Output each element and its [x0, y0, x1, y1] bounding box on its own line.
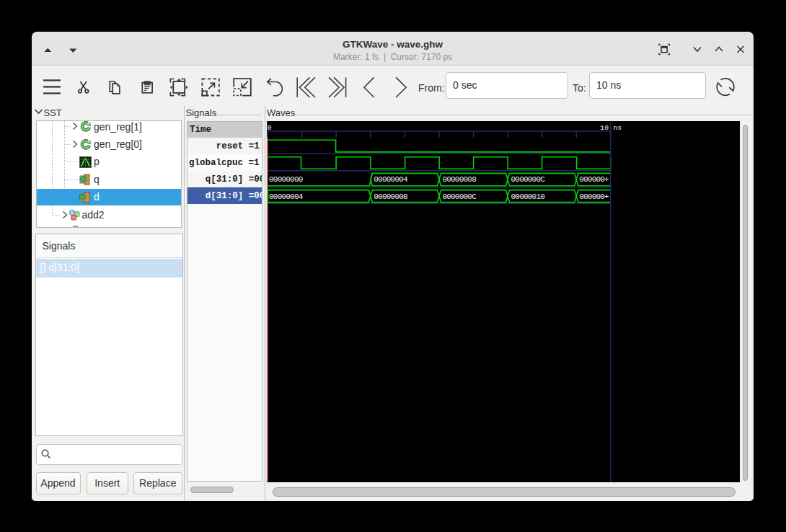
svg-text:000000+: 000000+: [579, 175, 609, 184]
svg-text:0000000C: 0000000C: [442, 192, 477, 201]
svg-text:00000004: 00000004: [269, 192, 304, 201]
svg-text:10: 10: [600, 124, 609, 132]
svg-text:0000000C: 0000000C: [511, 175, 545, 184]
svg-text:0: 0: [267, 124, 271, 132]
svg-text:00000008: 00000008: [374, 192, 407, 201]
svg-text:ns: ns: [613, 124, 622, 132]
svg-text:000000+: 000000+: [579, 192, 609, 201]
svg-text:00000004: 00000004: [374, 175, 408, 184]
svg-text:00000000: 00000000: [269, 175, 303, 184]
svg-text:00000010: 00000010: [511, 192, 544, 201]
svg-text:00000008: 00000008: [442, 175, 476, 184]
